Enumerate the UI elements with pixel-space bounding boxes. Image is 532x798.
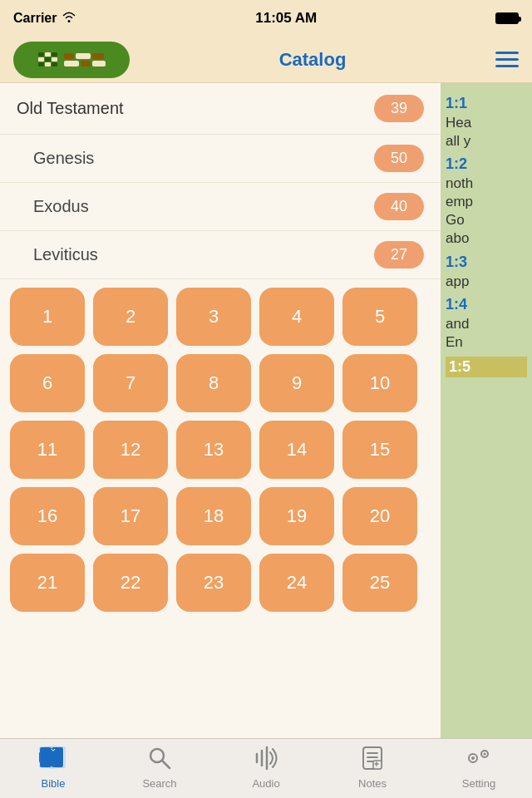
battery-icon: [495, 12, 519, 24]
verse-text-2: nothempGoabo: [446, 175, 527, 248]
audio-icon: [254, 746, 278, 775]
tab-setting-label: Setting: [462, 777, 495, 790]
battery-container: [495, 12, 519, 24]
chapter-button-21[interactable]: 21: [10, 554, 85, 612]
genesis-count[interactable]: 50: [374, 145, 424, 172]
hamburger-line-2: [495, 58, 519, 61]
exodus-count[interactable]: 40: [374, 193, 424, 220]
verse-block-2: 1:2 nothempGoabo: [446, 155, 527, 248]
tab-audio[interactable]: Audio: [216, 746, 316, 790]
hamburger-line-1: [495, 52, 519, 54]
logo-grid: [38, 52, 57, 66]
tab-notes[interactable]: Notes: [323, 746, 422, 790]
main-content: Old Testament 39 Genesis 50 Exodus 40 Le…: [0, 83, 532, 738]
old-testament-row: Old Testament 39: [17, 95, 424, 122]
verse-text-1: Heaall y: [446, 114, 527, 150]
status-bar: Carrier 11:05 AM: [0, 0, 532, 37]
tab-search-label: Search: [142, 777, 176, 790]
chapter-button-15[interactable]: 15: [342, 421, 417, 479]
verse-block-4: 1:4 andEn: [446, 296, 527, 352]
tab-bar: Bible Search Audio: [0, 738, 532, 798]
verse-ref-5: 1:5: [446, 357, 527, 377]
chapter-button-4[interactable]: 4: [259, 288, 334, 346]
chapter-button-7[interactable]: 7: [93, 354, 168, 412]
chapter-button-18[interactable]: 18: [176, 487, 251, 545]
tab-bible[interactable]: Bible: [3, 746, 103, 790]
exodus-row[interactable]: Exodus 40: [0, 183, 441, 231]
verse-ref-1: 1:1: [446, 95, 527, 112]
chapter-button-3[interactable]: 3: [176, 288, 251, 346]
svg-point-16: [484, 753, 486, 756]
verse-block-1: 1:1 Heaall y: [446, 95, 527, 150]
wifi-icon: [62, 11, 76, 26]
old-testament-count[interactable]: 39: [374, 95, 424, 122]
header-title: Catalog: [279, 49, 347, 71]
menu-button[interactable]: [495, 52, 519, 67]
chapter-grid: 1234567891011121314151617181920212223242…: [0, 279, 441, 620]
leviticus-row[interactable]: Leviticus 27: [0, 231, 441, 279]
chapter-button-12[interactable]: 12: [93, 421, 168, 479]
catalog-panel: Old Testament 39 Genesis 50 Exodus 40 Le…: [0, 83, 441, 738]
chapter-button-5[interactable]: 5: [342, 288, 417, 346]
verse-ref-3: 1:3: [446, 254, 527, 271]
notes-icon: [360, 746, 385, 775]
chapter-button-25[interactable]: 25: [342, 554, 417, 612]
old-testament-title: Old Testament: [17, 99, 124, 118]
chapter-button-24[interactable]: 24: [259, 554, 334, 612]
chapter-button-19[interactable]: 19: [259, 487, 334, 545]
verse-text-4: andEn: [446, 315, 527, 352]
chapter-button-2[interactable]: 2: [93, 288, 168, 346]
chapter-button-6[interactable]: 6: [10, 354, 85, 412]
setting-icon: [465, 746, 493, 775]
chapter-button-11[interactable]: 11: [10, 421, 85, 479]
verse-block-3: 1:3 app: [446, 254, 527, 291]
svg-point-14: [471, 756, 475, 760]
genesis-row[interactable]: Genesis 50: [0, 135, 441, 183]
bible-icon: [38, 746, 68, 775]
chapter-button-1[interactable]: 1: [10, 288, 85, 346]
svg-line-4: [162, 761, 170, 768]
chapter-button-13[interactable]: 13: [176, 421, 251, 479]
verse-ref-2: 1:2: [446, 155, 527, 173]
tab-notes-label: Notes: [358, 777, 387, 790]
genesis-title: Genesis: [33, 149, 94, 168]
chapter-button-9[interactable]: 9: [259, 354, 334, 412]
hamburger-line-3: [495, 65, 519, 67]
svg-rect-0: [40, 747, 52, 767]
time-display: 11:05 AM: [255, 10, 317, 27]
verse-text-3: app: [446, 273, 527, 291]
chapter-button-20[interactable]: 20: [342, 487, 417, 545]
carrier-label: Carrier: [13, 11, 57, 26]
chapter-button-23[interactable]: 23: [176, 554, 251, 612]
tab-search[interactable]: Search: [110, 746, 209, 790]
tab-audio-label: Audio: [252, 777, 279, 790]
tab-setting[interactable]: Setting: [429, 746, 529, 790]
chapter-button-16[interactable]: 16: [10, 487, 85, 545]
chapter-button-10[interactable]: 10: [342, 354, 417, 412]
verse-block-5: 1:5: [446, 357, 527, 377]
leviticus-count[interactable]: 27: [374, 241, 424, 268]
scripture-panel: 1:1 Heaall y 1:2 nothempGoabo 1:3 app 1:…: [441, 83, 532, 738]
chapter-button-8[interactable]: 8: [176, 354, 251, 412]
leviticus-title: Leviticus: [33, 245, 98, 264]
chapter-button-14[interactable]: 14: [259, 421, 334, 479]
svg-rect-12: [373, 761, 382, 769]
chapter-button-17[interactable]: 17: [93, 487, 168, 545]
chapter-button-22[interactable]: 22: [93, 554, 168, 612]
search-icon: [147, 746, 172, 775]
status-left: Carrier: [13, 11, 76, 26]
old-testament-section: Old Testament 39: [0, 83, 441, 135]
header: Catalog: [0, 37, 532, 83]
tab-bible-label: Bible: [42, 777, 66, 790]
exodus-title: Exodus: [33, 197, 89, 216]
app-logo[interactable]: [13, 42, 130, 78]
verse-ref-4: 1:4: [446, 296, 527, 313]
